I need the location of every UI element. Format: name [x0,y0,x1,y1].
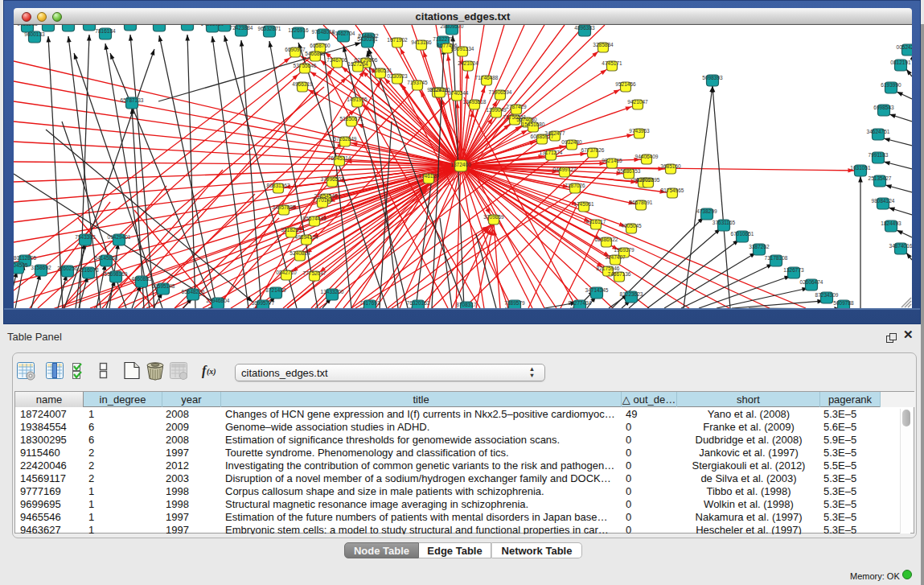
svg-text:1627204: 1627204 [347,61,368,67]
svg-text:53755646: 53755646 [294,63,317,68]
svg-text:15451680: 15451680 [522,122,545,127]
svg-text:81223623: 81223623 [620,291,643,297]
svg-text:62386922: 62386922 [595,237,618,242]
svg-text:87234309: 87234309 [815,292,839,298]
svg-text:7917693: 7917693 [359,300,380,306]
svg-text:51850671: 51850671 [340,116,363,122]
svg-text:8708317: 8708317 [456,302,477,307]
svg-text:9413186: 9413186 [411,39,432,45]
svg-text:37996507: 37996507 [321,176,344,182]
svg-text:6475255: 6475255 [149,25,170,26]
svg-text:(x): (x) [207,367,216,377]
svg-text:00524278: 00524278 [897,44,912,50]
svg-text:67010651: 67010651 [731,231,754,237]
svg-text:1399049: 1399049 [486,107,507,113]
svg-text:1031051: 1031051 [850,165,871,171]
svg-text:9521456: 9521456 [615,81,636,87]
svg-text:1745961: 1745961 [573,201,594,207]
svg-text:76945314: 76945314 [328,155,351,161]
svg-text:0842710: 0842710 [276,270,297,275]
svg-text:7816184: 7816184 [95,28,116,34]
svg-text:13433200: 13433200 [321,289,344,295]
svg-text:7770143: 7770143 [312,197,333,203]
svg-text:3518233: 3518233 [281,227,302,233]
svg-text:3482477: 3482477 [544,130,565,136]
svg-text:73178108: 73178108 [765,255,788,261]
svg-text:4738299: 4738299 [696,208,717,214]
svg-text:1824493: 1824493 [881,220,901,226]
svg-text:1372400: 1372400 [450,162,471,167]
svg-text:4745171: 4745171 [602,60,622,66]
svg-text:4060883: 4060883 [131,276,152,282]
svg-text:13171274: 13171274 [540,150,563,155]
svg-text:96532871: 96532871 [258,26,281,31]
svg-text:86578091: 86578091 [630,200,653,205]
svg-text:01429401: 01429401 [108,234,131,240]
svg-text:87277434: 87277434 [569,300,592,306]
svg-text:57262849: 57262849 [334,136,357,142]
svg-text:4005045: 4005045 [621,223,642,229]
svg-text:99091334: 99091334 [451,46,474,51]
svg-text:72423884: 72423884 [230,25,253,31]
svg-text:3685160: 3685160 [660,163,681,169]
svg-text:76320163: 76320163 [407,300,430,306]
svg-text:13493618: 13493618 [463,99,487,105]
svg-text:6658760: 6658760 [310,43,331,48]
svg-text:51462704: 51462704 [332,31,355,36]
svg-text:4316117: 4316117 [586,219,606,225]
svg-text:7889579: 7889579 [504,300,525,306]
svg-text:0932480: 0932480 [561,139,582,145]
svg-text:36995777: 36995777 [252,300,275,306]
svg-text:0330923: 0330923 [387,73,408,79]
svg-text:0433218: 0433218 [17,25,38,27]
svg-text:74367136: 74367136 [608,271,631,277]
svg-text:3709859: 3709859 [483,214,504,220]
svg-text:80831367: 80831367 [267,183,290,188]
svg-text:94406409: 94406409 [635,154,659,159]
svg-text:71746488: 71746488 [475,75,499,80]
svg-text:34624751: 34624751 [867,129,890,134]
svg-text:34714345: 34714345 [585,287,609,293]
svg-text:8386379: 8386379 [38,25,59,26]
svg-text:77752047: 77752047 [303,270,326,276]
svg-text:3285884: 3285884 [593,42,614,47]
svg-text:1746120: 1746120 [418,173,439,179]
svg-text:54145868: 54145868 [95,255,118,261]
svg-text:17080531: 17080531 [369,68,392,73]
svg-text:8721489: 8721489 [265,287,286,293]
svg-text:1491905: 1491905 [347,97,368,102]
svg-text:5466889: 5466889 [305,51,326,56]
svg-text:65648236: 65648236 [182,289,205,295]
svg-text:3158692: 3158692 [31,265,51,270]
svg-text:5430391: 5430391 [357,36,378,42]
svg-text:98084124: 98084124 [872,198,895,204]
svg-text:2260256: 2260256 [57,266,78,271]
svg-text:2421024: 2421024 [458,60,478,66]
svg-text:49894134: 49894134 [295,234,318,240]
svg-text:61595148: 61595148 [152,283,175,289]
svg-text:1226916: 1226916 [288,27,309,33]
svg-text:34874016: 34874016 [889,243,912,249]
svg-text:34957885: 34957885 [273,204,296,210]
svg-text:02606474: 02606474 [800,279,823,285]
svg-text:9600133: 9600133 [24,31,45,37]
svg-text:28809570: 28809570 [441,25,464,29]
svg-text:81754965: 81754965 [661,187,684,193]
svg-text:7346706: 7346706 [326,57,347,63]
svg-text:55698169: 55698169 [105,271,128,277]
svg-text:55886753: 55886753 [618,168,641,174]
svg-text:6204505: 6204505 [14,262,28,268]
svg-text:0812191: 0812191 [890,60,911,65]
svg-text:62702895: 62702895 [637,177,660,183]
svg-text:65787133: 65787133 [121,97,144,103]
svg-text:4216073: 4216073 [78,267,99,273]
svg-text:9421047: 9421047 [627,99,648,105]
svg-text:71906594: 71906594 [489,89,512,95]
svg-text:9821465: 9821465 [602,158,622,163]
svg-text:1671902: 1671902 [387,37,408,43]
svg-text:82175946: 82175946 [597,266,620,271]
svg-text:85574443: 85574443 [303,216,326,221]
svg-text:9743953: 9743953 [629,128,650,134]
svg-text:7182278: 7182278 [433,36,454,42]
svg-text:1326773: 1326773 [783,267,804,273]
